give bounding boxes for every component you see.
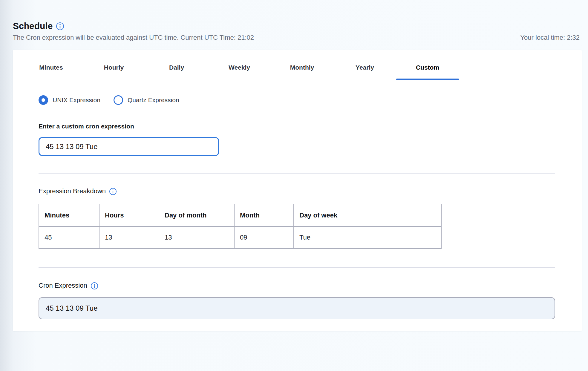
tab-custom[interactable]: Custom — [396, 50, 459, 80]
cron-expression-readonly-field[interactable] — [39, 297, 555, 319]
column-header-day-of-month: Day of month — [159, 204, 234, 226]
cell-day-of-month: 13 — [159, 226, 234, 249]
tab-daily[interactable]: Daily — [145, 50, 208, 80]
tab-weekly[interactable]: Weekly — [208, 50, 271, 80]
quartz-radio-label[interactable]: Quartz Expression — [128, 96, 179, 104]
info-icon[interactable] — [56, 22, 64, 30]
expression-breakdown-title: Expression Breakdown — [39, 187, 106, 195]
radio-option-quartz[interactable]: Quartz Expression — [114, 95, 179, 105]
local-time-text: Your local time: 2:32 — [520, 34, 580, 42]
utc-time-subtitle: The Cron expression will be evaluated ag… — [13, 34, 254, 42]
schedule-page: Schedule The Cron expression will be eva… — [0, 0, 588, 371]
column-header-day-of-week: Day of week — [294, 204, 441, 226]
custom-cron-input[interactable] — [39, 137, 219, 156]
table-header-row: Minutes Hours Day of month Month Day of … — [39, 204, 441, 226]
schedule-card: Minutes Hourly Daily Weekly Monthly Year… — [13, 50, 582, 331]
tab-hourly[interactable]: Hourly — [82, 50, 145, 80]
cell-hours: 13 — [99, 226, 159, 249]
column-header-hours: Hours — [99, 204, 159, 226]
cell-month: 09 — [234, 226, 294, 249]
divider — [39, 267, 555, 268]
cron-expression-header: Cron Expression — [39, 282, 98, 289]
divider — [39, 173, 555, 174]
tab-monthly[interactable]: Monthly — [271, 50, 333, 80]
info-icon[interactable] — [109, 188, 117, 195]
expression-type-radio-group: UNIX Expression Quartz Expression — [39, 95, 179, 105]
quartz-radio-button[interactable] — [114, 95, 123, 105]
expression-breakdown-table: Minutes Hours Day of month Month Day of … — [39, 204, 442, 249]
tab-yearly[interactable]: Yearly — [333, 50, 396, 80]
table-row: 45 13 13 09 Tue — [39, 226, 441, 249]
radio-option-unix[interactable]: UNIX Expression — [39, 95, 100, 105]
cell-minutes: 45 — [39, 226, 99, 249]
expression-breakdown-header: Expression Breakdown — [39, 187, 117, 195]
info-icon[interactable] — [91, 282, 98, 289]
cell-day-of-week: Tue — [294, 226, 441, 249]
schedule-tabs: Minutes Hourly Daily Weekly Monthly Year… — [20, 50, 459, 80]
page-title: Schedule — [13, 21, 64, 31]
tab-minutes[interactable]: Minutes — [20, 50, 82, 80]
cron-expression-title: Cron Expression — [39, 282, 87, 289]
page-title-text: Schedule — [13, 21, 53, 31]
unix-radio-button[interactable] — [39, 95, 48, 105]
column-header-minutes: Minutes — [39, 204, 99, 226]
custom-cron-label: Enter a custom cron expression — [39, 123, 134, 130]
unix-radio-label[interactable]: UNIX Expression — [53, 96, 100, 104]
column-header-month: Month — [234, 204, 294, 226]
